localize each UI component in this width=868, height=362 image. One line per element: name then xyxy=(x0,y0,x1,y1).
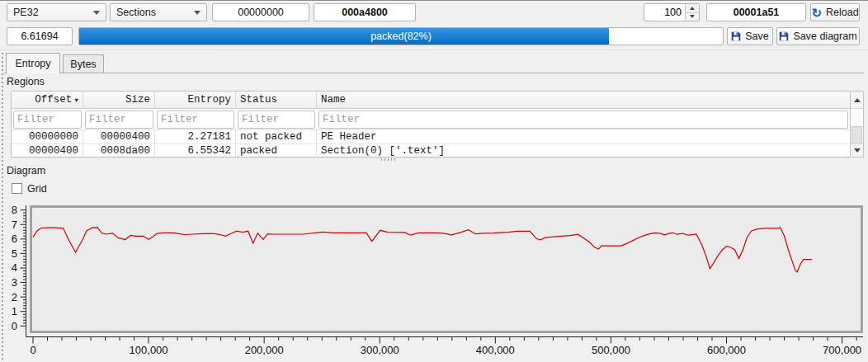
regions-title: Regions xyxy=(7,76,45,87)
y-tick-label: 7 xyxy=(12,219,17,231)
reload-icon: ↻ xyxy=(811,7,822,19)
x-tick-label: 100,000 xyxy=(130,344,168,356)
table-cell[interactable]: not packed xyxy=(236,130,317,144)
total-entropy-input[interactable] xyxy=(7,27,73,45)
progress-label: packed(82%) xyxy=(79,28,723,45)
tab-bytes-label: Bytes xyxy=(70,59,96,70)
x-axis: 0100,000200,000300,000400,000500,000600,… xyxy=(26,337,864,357)
chevron-down-icon xyxy=(194,11,200,15)
y-tick-label: 2 xyxy=(12,291,17,303)
triangle-up-icon xyxy=(690,7,695,10)
filter-cell xyxy=(155,109,236,130)
chevron-down-icon xyxy=(93,11,100,15)
triangle-up-icon xyxy=(854,98,861,102)
filter-input-name[interactable] xyxy=(318,110,848,129)
floppy-disk-icon xyxy=(731,31,741,41)
x-tick-label: 400,000 xyxy=(476,344,515,356)
scroll-down-button[interactable] xyxy=(851,143,863,157)
y-tick-label: 8 xyxy=(12,204,17,216)
plot-area xyxy=(31,207,862,332)
y-tick-label: 4 xyxy=(12,261,17,274)
block-count-spinner xyxy=(644,3,700,21)
column-header-size[interactable]: Size xyxy=(83,92,155,109)
table-cell[interactable]: 00000400 xyxy=(83,130,155,144)
save-diagram-button[interactable]: Save diagram xyxy=(776,27,860,45)
diagram-title: Diagram xyxy=(7,165,45,176)
table-cell[interactable]: 2.27181 xyxy=(155,130,236,144)
filter-input-status[interactable] xyxy=(238,110,315,129)
horizontal-splitter-handle[interactable] xyxy=(381,158,396,161)
filter-input-offset[interactable] xyxy=(13,110,82,129)
spin-down-button[interactable] xyxy=(686,13,699,21)
x-tick-label: 0 xyxy=(30,344,35,356)
column-header-name[interactable]: Name xyxy=(317,92,850,109)
tab-bytes[interactable]: Bytes xyxy=(63,54,104,73)
table-cell[interactable]: 0008da00 xyxy=(83,144,155,158)
spin-up-button[interactable] xyxy=(686,4,699,13)
file-type-value: PE32 xyxy=(13,7,39,18)
tab-entropy-label: Entropy xyxy=(15,58,50,69)
reload-button[interactable]: ↻ Reload xyxy=(810,3,860,21)
floppy-disk-icon xyxy=(779,31,789,41)
save-diagram-label: Save diagram xyxy=(793,31,856,42)
size-input[interactable] xyxy=(314,3,416,21)
y-axis: 012345678 xyxy=(12,204,26,336)
y-tick-label: 3 xyxy=(12,276,17,289)
offset-input[interactable] xyxy=(212,3,309,21)
entropy-window: PE32 Sections ↻ Reload packed(82%) Save xyxy=(0,0,868,362)
tab-entropy[interactable]: Entropy xyxy=(6,53,60,73)
y-tick-label: 1 xyxy=(12,305,17,317)
regions-table: Offset ▼ Size Entropy Status Name 000000… xyxy=(11,91,851,157)
y-tick-label: 6 xyxy=(12,233,17,245)
reload-label: Reload xyxy=(826,7,859,18)
toolbar-separator xyxy=(0,49,868,50)
column-header-entropy[interactable]: Entropy xyxy=(155,92,236,109)
table-cell[interactable]: 6.55342 xyxy=(155,144,236,158)
filter-cell xyxy=(236,109,317,130)
y-tick-label: 0 xyxy=(12,320,17,332)
table-cell[interactable]: Section(0) ['.text'] xyxy=(317,144,850,158)
table-row[interactable]: 00000400 xyxy=(12,144,83,158)
entropy-chart: 0100,000200,000300,000400,000500,000600,… xyxy=(0,199,868,362)
block-count-input[interactable] xyxy=(644,4,685,21)
scan-mode-value: Sections xyxy=(116,7,156,18)
table-scrollbar xyxy=(851,91,864,157)
x-tick-label: 700,000 xyxy=(823,344,861,356)
save-button[interactable]: Save xyxy=(727,27,773,45)
x-tick-label: 500,000 xyxy=(592,344,630,356)
grid-checkbox[interactable] xyxy=(12,183,22,194)
y-tick-label: 5 xyxy=(12,247,17,260)
file-type-combobox[interactable]: PE32 xyxy=(7,3,106,21)
block-size-input[interactable] xyxy=(706,3,806,21)
scan-mode-combobox[interactable]: Sections xyxy=(110,3,207,21)
table-cell[interactable]: packed xyxy=(236,144,317,158)
table-cell[interactable]: PE Header xyxy=(317,130,850,144)
save-label: Save xyxy=(745,31,769,42)
filter-cell xyxy=(83,109,155,130)
column-header-status[interactable]: Status xyxy=(236,92,317,109)
column-header-offset[interactable]: Offset ▼ xyxy=(12,92,83,109)
grid-checkbox-label: Grid xyxy=(27,183,47,195)
table-row[interactable]: 00000000 xyxy=(12,130,83,144)
filter-cell xyxy=(12,109,83,130)
x-tick-label: 600,000 xyxy=(707,344,746,356)
triangle-down-icon xyxy=(854,148,861,153)
x-tick-label: 200,000 xyxy=(245,344,284,356)
tab-pane-border xyxy=(4,73,864,73)
packed-progressbar: packed(82%) xyxy=(78,27,724,45)
scroll-up-button[interactable] xyxy=(851,92,863,109)
filter-input-size[interactable] xyxy=(85,110,153,129)
filter-input-entropy[interactable] xyxy=(157,110,234,129)
filter-cell xyxy=(317,109,850,130)
sort-indicator-icon: ▼ xyxy=(74,96,78,104)
triangle-down-icon xyxy=(690,15,695,18)
x-tick-label: 300,000 xyxy=(361,344,399,356)
